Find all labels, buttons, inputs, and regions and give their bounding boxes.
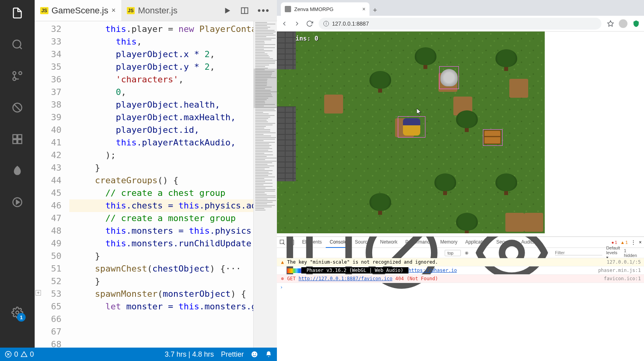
devtools-error-badge[interactable]: ● 1	[611, 240, 617, 245]
favicon-icon	[285, 6, 291, 12]
dirt-tile	[509, 79, 528, 98]
back-icon[interactable]	[281, 20, 288, 27]
console-filter-input[interactable]	[555, 250, 602, 255]
svg-rect-10	[18, 140, 22, 143]
hud-coins-value: 0	[314, 35, 318, 42]
context-selector[interactable]: top	[445, 250, 461, 256]
minimap[interactable]	[253, 21, 277, 348]
svg-point-20	[252, 352, 258, 357]
tree-sprite	[456, 110, 478, 132]
svg-marker-14	[225, 7, 230, 13]
shield-icon[interactable]	[632, 20, 640, 28]
status-errors[interactable]: 0 0	[5, 350, 34, 359]
devtools-warning-badge[interactable]: ▲ 1	[620, 240, 628, 245]
browser-toolbar: i 127.0.0.1:8887	[277, 16, 644, 32]
svg-point-0	[13, 40, 21, 48]
reload-icon[interactable]	[306, 20, 313, 27]
tree-sprite	[496, 173, 517, 195]
settings-icon-wrap[interactable]: 1	[11, 307, 23, 320]
console-message: ▲The key "minium-scale" is not recognize…	[277, 258, 644, 266]
run-icon[interactable]	[223, 6, 232, 15]
dirt-tile	[505, 213, 524, 232]
close-icon[interactable]: ×	[362, 6, 366, 12]
svg-marker-12	[17, 200, 20, 204]
status-bar: 0 0 3.7 hrs | 4.8 hrs Prettier	[0, 348, 277, 361]
svg-rect-9	[13, 140, 17, 143]
tree-sprite	[434, 173, 456, 195]
svg-point-2	[19, 72, 22, 75]
devtools-close-icon[interactable]: ×	[639, 240, 642, 245]
devtools-more-icon[interactable]: ⋮	[631, 240, 636, 245]
split-editor-icon[interactable]	[240, 6, 249, 15]
extensions-icon[interactable]	[11, 133, 23, 145]
info-icon	[280, 268, 285, 273]
browser-window: Zenva MMORPG × + i 127.0.0.1:8887 Coins:…	[277, 0, 644, 361]
status-formatter[interactable]: Prettier	[221, 350, 244, 359]
feedback-icon[interactable]	[251, 351, 258, 358]
monster-sprite	[440, 69, 458, 86]
star-icon[interactable]	[607, 20, 614, 27]
editor-tabs: JS GameScene.js × JS Monster.js •••	[35, 0, 277, 21]
error-icon: ⊗	[280, 276, 285, 281]
console-prompt[interactable]: ›	[277, 283, 644, 292]
status-time[interactable]: 3.7 hrs | 4.8 hrs	[165, 350, 214, 359]
message-source[interactable]: favicon.ico:1	[604, 276, 641, 281]
tab-gamescene[interactable]: JS GameScene.js ×	[35, 0, 121, 21]
fold-icon[interactable]: +	[35, 290, 41, 296]
tab-label: Monster.js	[138, 6, 177, 16]
tab-monster[interactable]: JS Monster.js	[121, 0, 183, 21]
forward-icon[interactable]	[293, 20, 301, 27]
devtools-panel: ElementsConsoleSourcesNetworkPerformance…	[277, 236, 644, 361]
svg-rect-8	[18, 135, 22, 139]
svg-line-6	[15, 105, 20, 111]
close-icon[interactable]: ×	[111, 6, 116, 15]
dirt-tile	[324, 95, 343, 114]
hidden-count[interactable]: 1 hidden	[624, 248, 637, 258]
tree-sprite	[496, 49, 517, 71]
bell-icon[interactable]	[265, 351, 272, 358]
wall-tile	[277, 106, 296, 181]
svg-marker-23	[608, 20, 614, 26]
player-sprite[interactable]	[403, 118, 420, 136]
vscode-main: 1 JS GameScene.js × JS Monster.js •••	[0, 0, 277, 348]
settings-badge: 1	[17, 313, 26, 322]
svg-point-21	[253, 353, 254, 354]
profile-avatar[interactable]	[619, 19, 627, 28]
minimap-viewport[interactable]	[254, 69, 277, 108]
tree-sprite	[369, 193, 391, 215]
code-lines[interactable]: this.player = new PlayerConta this, play…	[69, 21, 253, 348]
live-share-icon[interactable]	[11, 196, 23, 208]
error-link[interactable]: http://127.0.0.1:8887/favicon.ico	[299, 276, 392, 281]
message-source[interactable]: phaser.min.js:1	[598, 268, 641, 273]
environment-icon[interactable]	[11, 165, 23, 177]
dirt-tile	[524, 213, 543, 232]
site-info-icon[interactable]: i	[323, 21, 329, 26]
more-icon[interactable]: •••	[258, 5, 270, 16]
tree-sprite	[415, 47, 436, 69]
browser-tab-active[interactable]: Zenva MMORPG ×	[281, 2, 369, 16]
console-message: ⊗GET http://127.0.0.1:8887/favicon.ico 4…	[277, 275, 644, 283]
source-control-icon[interactable]	[11, 70, 23, 82]
search-icon[interactable]	[11, 39, 23, 50]
tree-sprite	[456, 213, 478, 233]
address-bar[interactable]: i 127.0.0.1:8887	[319, 18, 601, 30]
line-gutter: 3233343536373839404142434445464748495051…	[35, 21, 69, 348]
tab-label: GameScene.js	[52, 6, 108, 16]
svg-point-22	[255, 353, 256, 354]
warning-count: 0	[30, 350, 34, 359]
code-area[interactable]: 3233343536373839404142434445464748495051…	[35, 21, 277, 348]
wall-tile	[277, 32, 296, 69]
warning-icon	[20, 351, 28, 358]
files-icon[interactable]	[11, 7, 23, 19]
new-tab-button[interactable]: +	[369, 5, 380, 16]
game-canvas[interactable]: Coins: 0	[277, 32, 545, 233]
vscode-window: 1 JS GameScene.js × JS Monster.js •••	[0, 0, 277, 361]
url-text: 127.0.0.1:8887	[332, 20, 369, 27]
chest-hitbox	[483, 129, 503, 146]
console-output[interactable]: ▲The key "minium-scale" is not recognize…	[277, 258, 644, 361]
debug-icon[interactable]	[11, 102, 23, 114]
console-message: Phaser v3.16.2 (WebGL | Web Audio) https…	[277, 266, 644, 275]
phaser-link[interactable]: https://phaser.io	[408, 268, 457, 273]
js-badge-icon: JS	[40, 7, 48, 14]
message-source[interactable]: 127.0.0.1/:5	[607, 259, 641, 265]
